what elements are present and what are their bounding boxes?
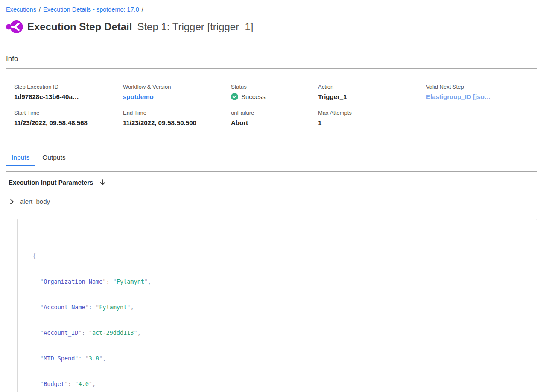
breadcrumb-separator: / [39,6,41,13]
status-text: Success [241,93,266,100]
json-line: "Account_Name": "Fylamynt", [32,303,528,311]
json-line: "Organization_Name": "Fylamynt", [32,277,528,286]
field-action: Action Trigger_1 [318,84,426,100]
valid-next-step-link[interactable]: Elastigroup_ID [jso… [426,93,491,100]
section-alert-body[interactable]: alert_body [6,192,537,211]
success-check-icon [231,93,238,100]
download-arrow-icon[interactable] [99,179,106,186]
info-heading: Info [6,55,537,63]
json-open-brace: { [32,252,528,260]
field-step-execution-id: Step Execution ID 1d97828c-13b6-40a… [14,84,123,100]
params-section: Execution Input Parameters alert_body { … [6,171,537,392]
field-value: 1 [318,119,426,126]
field-label: onFailure [231,110,318,116]
tab-inputs[interactable]: Inputs [6,150,35,166]
field-value: Trigger_1 [318,93,426,100]
field-label: Start Time [14,110,123,116]
field-value: 11/23/2022, 09:58:50.500 [123,119,231,126]
breadcrumb-link-execution-details[interactable]: Execution Details - spotdemo: 17.0 [43,6,139,13]
field-valid-next-step: Valid Next Step Elastigroup_ID [jso… [426,84,529,100]
field-max-attempts: Max Attempts 1 [318,110,426,126]
breadcrumb: Executions/Execution Details - spotdemo:… [6,0,537,13]
alert-body-json-viewer: { "Organization_Name": "Fylamynt", "Acco… [17,219,537,392]
breadcrumb-link-executions[interactable]: Executions [6,6,36,13]
workflow-link[interactable]: spotdemo [123,93,154,100]
field-label: Valid Next Step [426,84,529,90]
execution-input-parameters-label: Execution Input Parameters [9,179,93,186]
field-end-time: End Time 11/23/2022, 09:58:50.500 [123,110,231,126]
inputs-outputs-tabs: Inputs Outputs [6,150,537,166]
json-line: "Budget": "4.0", [32,380,528,388]
field-label: End Time [123,110,231,116]
field-value: 1d97828c-13b6-40a… [14,93,123,100]
chevron-right-icon [9,199,15,205]
execution-input-parameters-header: Execution Input Parameters [6,172,537,192]
tab-outputs[interactable]: Outputs [37,150,71,166]
info-card: Step Execution ID 1d97828c-13b6-40a… Wor… [6,75,537,139]
field-start-time: Start Time 11/23/2022, 09:58:48.568 [14,110,123,126]
field-value: 11/23/2022, 09:58:48.568 [14,119,123,126]
field-workflow-version: Workflow & Version spotdemo [123,84,231,100]
divider [6,42,537,42]
execution-step-detail-page: Executions/Execution Details - spotdemo:… [0,0,543,392]
field-onfailure: onFailure Abort [231,110,318,126]
field-label: Status [231,84,318,90]
field-label: Workflow & Version [123,84,231,90]
json-line: "Account_ID": "act-29ddd113", [32,328,528,337]
page-header: Execution Step Detail Step 1: Trigger [t… [6,20,537,42]
json-line: "MTD_Spend": "3.8", [32,354,528,363]
json-content: { "Organization_Name": "Fylamynt", "Acco… [32,235,528,392]
field-status: Status Success [231,84,318,100]
divider [6,68,537,69]
page-title: Execution Step Detail [27,21,132,33]
breadcrumb-separator: / [142,6,143,13]
divider [6,211,537,211]
fylamynt-logo-icon [6,20,23,34]
field-label: Max Attempts [318,110,426,116]
section-label: alert_body [20,198,50,205]
field-empty [426,110,529,126]
field-label: Action [318,84,426,90]
page-subtitle: Step 1: Trigger [trigger_1] [137,21,253,33]
field-value: Abort [231,119,318,126]
field-label: Step Execution ID [14,84,123,90]
